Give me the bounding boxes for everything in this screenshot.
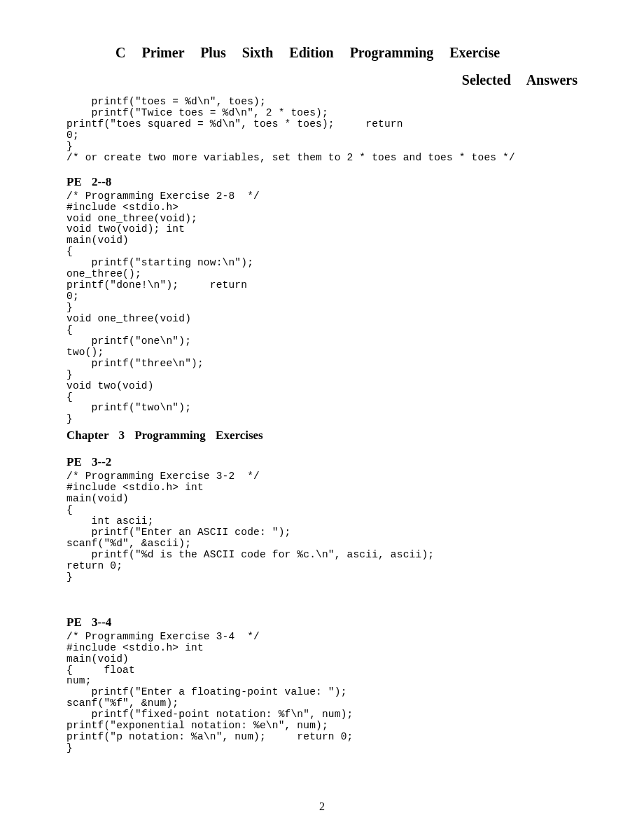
code-3-2: /* Programming Exercise 3-2 */ #include … <box>66 471 578 583</box>
code-2-8: /* Programming Exercise 2-8 */ #include … <box>66 191 578 426</box>
page-number: 2 <box>0 800 644 813</box>
pe-3-2-heading: PE 3-‐2 <box>66 455 578 469</box>
pe-3-4-heading: PE 3-‐4 <box>66 616 578 630</box>
pe-2-8-heading: PE 2-‐8 <box>66 175 578 189</box>
document-title-line2: Selected Answers <box>66 69 578 91</box>
code-intro: printf("toes = %d\n", toes); printf("Twi… <box>66 97 578 164</box>
spacer <box>66 585 578 604</box>
code-3-4: /* Programming Exercise 3-4 */ #include … <box>66 632 578 754</box>
chapter-3-heading: Chapter 3 Programming Exercises <box>66 429 578 443</box>
document-title-line1: C Primer Plus Sixth Edition Programming … <box>66 42 578 64</box>
